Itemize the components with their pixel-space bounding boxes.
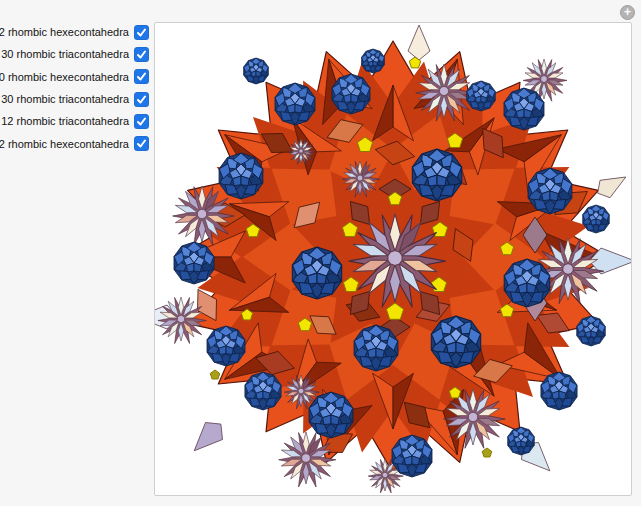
rhombic-triacontahedron-ball [244,58,269,84]
control-row-4: 12 rhombic triacontahedra [0,110,152,132]
checkmark-icon [136,27,147,38]
checkbox-label: 12 rhombic hexecontahedra [0,26,129,38]
control-row-0: 12 rhombic hexecontahedra [0,21,152,43]
checkbox[interactable] [134,25,149,40]
control-row-5: 12 rhombic hexecontahedra [0,132,152,154]
checkbox-label: 12 rhombic triacontahedra [1,115,129,127]
checkbox-label: 12 rhombic hexecontahedra [0,138,129,150]
checkmark-icon [136,138,147,149]
checkbox-label: 20 rhombic hexecontahedra [0,71,129,83]
rhombic-triacontahedron-ball [467,81,496,111]
rhombic-triacontahedron-ball [431,316,480,368]
checkmark-icon [136,71,147,82]
rhombic-triacontahedron-ball [541,372,577,410]
rhombic-triacontahedron-ball [174,242,214,284]
graphics-panel [154,22,632,496]
checkbox[interactable] [134,136,149,151]
rhombic-triacontahedron-ball [332,74,370,114]
rhombic-triacontahedron-ball [354,325,398,371]
manipulate-options-button[interactable]: + [620,5,635,20]
rhombic-triacontahedron-ball [392,435,432,477]
checkbox-label: 30 rhombic triacontahedra [1,93,129,105]
rhombic-triacontahedron-ball [219,153,263,199]
control-row-3: 30 rhombic triacontahedra [0,88,152,110]
rhombic-triacontahedron-ball [292,247,341,299]
rhombic-triacontahedron-ball [508,427,535,455]
controls-panel: 12 rhombic hexecontahedra30 rhombic tria… [0,21,152,155]
checkbox[interactable] [134,114,149,129]
rhombic-triacontahedron-ball [583,205,610,233]
checkbox[interactable] [134,47,149,62]
rhombic-triacontahedron-ball [309,392,353,438]
checkbox[interactable] [134,69,149,84]
rhombic-triacontahedron-ball [577,316,606,346]
control-row-1: 30 rhombic triacontahedra [0,43,152,65]
control-row-2: 20 rhombic hexecontahedra [0,66,152,88]
rhombic-triacontahedron-ball [275,83,315,125]
rhombic-triacontahedron-ball [362,49,385,73]
rhombic-triacontahedron-ball [207,326,245,366]
checkmark-icon [136,116,147,127]
checkbox[interactable] [134,92,149,107]
plus-icon: + [624,6,631,18]
rhombic-triacontahedron-ball [504,88,544,130]
rhombic-triacontahedron-ball [504,259,550,307]
polyhedra-cluster-graphic [155,23,631,495]
checkmark-icon [136,94,147,105]
demonstration-window: 12 rhombic hexecontahedra30 rhombic tria… [0,0,641,506]
rhombic-triacontahedron-ball [245,372,281,410]
checkmark-icon [136,49,147,60]
checkbox-label: 30 rhombic triacontahedra [1,48,129,60]
rhombic-triacontahedron-ball [412,149,461,201]
rhombic-triacontahedron-ball [528,168,572,214]
